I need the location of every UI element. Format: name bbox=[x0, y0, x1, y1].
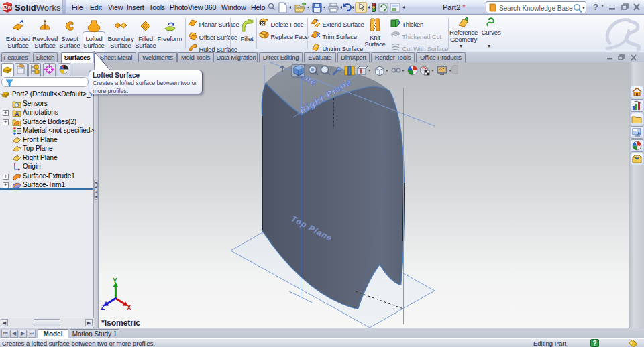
svg-text:S: S bbox=[4, 5, 7, 10]
svg-text:X: X bbox=[127, 304, 131, 311]
svg-text:A: A bbox=[15, 111, 19, 117]
svg-text:W: W bbox=[7, 5, 12, 10]
svg-text:Z: Z bbox=[101, 304, 105, 311]
svg-text:Y: Y bbox=[113, 277, 117, 285]
